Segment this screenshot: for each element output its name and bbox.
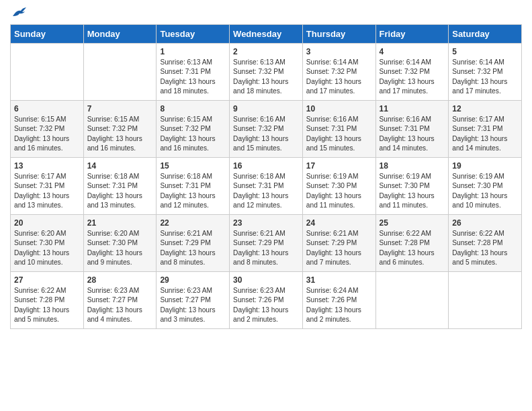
- calendar-cell: 5Sunrise: 6:14 AM Sunset: 7:32 PM Daylig…: [449, 44, 522, 101]
- day-number: 28: [87, 275, 153, 285]
- calendar-cell: 22Sunrise: 6:21 AM Sunset: 7:29 PM Dayli…: [157, 215, 230, 272]
- day-number: 21: [87, 218, 153, 228]
- calendar-cell: 30Sunrise: 6:23 AM Sunset: 7:26 PM Dayli…: [230, 272, 303, 329]
- day-info: Sunrise: 6:14 AM Sunset: 7:32 PM Dayligh…: [452, 58, 518, 96]
- day-info: Sunrise: 6:18 AM Sunset: 7:31 PM Dayligh…: [233, 172, 299, 210]
- day-info: Sunrise: 6:21 AM Sunset: 7:29 PM Dayligh…: [306, 229, 372, 267]
- day-info: Sunrise: 6:19 AM Sunset: 7:30 PM Dayligh…: [306, 172, 372, 210]
- header-day-saturday: Saturday: [449, 25, 522, 44]
- day-number: 7: [87, 104, 153, 113]
- day-info: Sunrise: 6:23 AM Sunset: 7:27 PM Dayligh…: [160, 286, 226, 324]
- day-info: Sunrise: 6:21 AM Sunset: 7:29 PM Dayligh…: [233, 229, 299, 267]
- day-number: 1: [160, 47, 226, 56]
- calendar-cell: 27Sunrise: 6:22 AM Sunset: 7:28 PM Dayli…: [11, 272, 84, 329]
- page-header: [10, 7, 522, 19]
- day-number: 19: [452, 161, 518, 171]
- day-info: Sunrise: 6:18 AM Sunset: 7:31 PM Dayligh…: [87, 172, 153, 210]
- calendar-cell: 24Sunrise: 6:21 AM Sunset: 7:29 PM Dayli…: [302, 215, 375, 272]
- day-info: Sunrise: 6:16 AM Sunset: 7:32 PM Dayligh…: [233, 115, 299, 153]
- calendar-cell: [375, 272, 449, 329]
- calendar-cell: 31Sunrise: 6:24 AM Sunset: 7:26 PM Dayli…: [302, 272, 375, 329]
- calendar-cell: 20Sunrise: 6:20 AM Sunset: 7:30 PM Dayli…: [11, 215, 84, 272]
- day-info: Sunrise: 6:15 AM Sunset: 7:32 PM Dayligh…: [160, 115, 226, 153]
- day-number: 31: [306, 275, 372, 285]
- calendar-cell: 1Sunrise: 6:13 AM Sunset: 7:31 PM Daylig…: [157, 44, 230, 101]
- day-number: 22: [160, 218, 226, 228]
- calendar-cell: 16Sunrise: 6:18 AM Sunset: 7:31 PM Dayli…: [230, 158, 303, 215]
- calendar-cell: 26Sunrise: 6:22 AM Sunset: 7:28 PM Dayli…: [449, 215, 522, 272]
- day-info: Sunrise: 6:17 AM Sunset: 7:31 PM Dayligh…: [452, 115, 518, 153]
- day-number: 24: [306, 218, 372, 228]
- day-number: 5: [452, 47, 518, 56]
- day-number: 20: [14, 218, 80, 228]
- day-number: 23: [233, 218, 299, 228]
- calendar-cell: [11, 44, 84, 101]
- calendar-cell: 29Sunrise: 6:23 AM Sunset: 7:27 PM Dayli…: [157, 272, 230, 329]
- calendar-cell: 21Sunrise: 6:20 AM Sunset: 7:30 PM Dayli…: [83, 215, 157, 272]
- calendar-cell: 3Sunrise: 6:14 AM Sunset: 7:32 PM Daylig…: [302, 44, 375, 101]
- calendar-cell: 12Sunrise: 6:17 AM Sunset: 7:31 PM Dayli…: [449, 101, 522, 158]
- day-info: Sunrise: 6:19 AM Sunset: 7:30 PM Dayligh…: [452, 172, 518, 210]
- calendar-body: 1Sunrise: 6:13 AM Sunset: 7:31 PM Daylig…: [11, 44, 522, 329]
- day-number: 6: [14, 104, 80, 113]
- calendar-week-3: 13Sunrise: 6:17 AM Sunset: 7:31 PM Dayli…: [11, 158, 522, 215]
- day-info: Sunrise: 6:24 AM Sunset: 7:26 PM Dayligh…: [306, 286, 372, 324]
- day-number: 3: [306, 47, 372, 56]
- logo-bird-icon: [11, 7, 26, 19]
- day-info: Sunrise: 6:16 AM Sunset: 7:31 PM Dayligh…: [380, 115, 445, 153]
- calendar-cell: 17Sunrise: 6:19 AM Sunset: 7:30 PM Dayli…: [302, 158, 375, 215]
- day-number: 11: [380, 104, 445, 113]
- header-day-sunday: Sunday: [11, 25, 84, 44]
- day-info: Sunrise: 6:14 AM Sunset: 7:32 PM Dayligh…: [306, 58, 372, 96]
- day-info: Sunrise: 6:20 AM Sunset: 7:30 PM Dayligh…: [87, 229, 153, 267]
- day-number: 9: [233, 104, 299, 113]
- header-day-monday: Monday: [83, 25, 157, 44]
- day-number: 2: [233, 47, 299, 56]
- day-number: 4: [380, 47, 445, 56]
- calendar-week-2: 6Sunrise: 6:15 AM Sunset: 7:32 PM Daylig…: [11, 101, 522, 158]
- calendar-cell: 6Sunrise: 6:15 AM Sunset: 7:32 PM Daylig…: [11, 101, 84, 158]
- calendar-cell: 11Sunrise: 6:16 AM Sunset: 7:31 PM Dayli…: [375, 101, 449, 158]
- day-number: 26: [452, 218, 518, 228]
- header-day-wednesday: Wednesday: [230, 25, 303, 44]
- day-info: Sunrise: 6:16 AM Sunset: 7:31 PM Dayligh…: [306, 115, 372, 153]
- day-info: Sunrise: 6:13 AM Sunset: 7:31 PM Dayligh…: [160, 58, 226, 96]
- calendar-cell: 28Sunrise: 6:23 AM Sunset: 7:27 PM Dayli…: [83, 272, 157, 329]
- calendar-cell: 14Sunrise: 6:18 AM Sunset: 7:31 PM Dayli…: [83, 158, 157, 215]
- day-info: Sunrise: 6:21 AM Sunset: 7:29 PM Dayligh…: [160, 229, 226, 267]
- header-day-thursday: Thursday: [302, 25, 375, 44]
- day-number: 14: [87, 161, 153, 171]
- calendar-cell: 15Sunrise: 6:18 AM Sunset: 7:31 PM Dayli…: [157, 158, 230, 215]
- day-number: 15: [160, 161, 226, 171]
- day-number: 10: [306, 104, 372, 113]
- header-day-friday: Friday: [375, 25, 449, 44]
- calendar-cell: 8Sunrise: 6:15 AM Sunset: 7:32 PM Daylig…: [157, 101, 230, 158]
- day-info: Sunrise: 6:15 AM Sunset: 7:32 PM Dayligh…: [87, 115, 153, 153]
- calendar-week-1: 1Sunrise: 6:13 AM Sunset: 7:31 PM Daylig…: [11, 44, 522, 101]
- day-number: 8: [160, 104, 226, 113]
- calendar-header-row: SundayMondayTuesdayWednesdayThursdayFrid…: [11, 25, 522, 44]
- day-number: 30: [233, 275, 299, 285]
- calendar-cell: 9Sunrise: 6:16 AM Sunset: 7:32 PM Daylig…: [230, 101, 303, 158]
- calendar-cell: 18Sunrise: 6:19 AM Sunset: 7:30 PM Dayli…: [375, 158, 449, 215]
- calendar-table: SundayMondayTuesdayWednesdayThursdayFrid…: [10, 24, 522, 329]
- day-number: 12: [452, 104, 518, 113]
- day-number: 18: [380, 161, 445, 171]
- day-info: Sunrise: 6:23 AM Sunset: 7:26 PM Dayligh…: [233, 286, 299, 324]
- calendar-cell: 4Sunrise: 6:14 AM Sunset: 7:32 PM Daylig…: [375, 44, 449, 101]
- day-info: Sunrise: 6:22 AM Sunset: 7:28 PM Dayligh…: [380, 229, 445, 267]
- day-number: 17: [306, 161, 372, 171]
- day-info: Sunrise: 6:18 AM Sunset: 7:31 PM Dayligh…: [160, 172, 226, 210]
- day-info: Sunrise: 6:17 AM Sunset: 7:31 PM Dayligh…: [14, 172, 80, 210]
- day-info: Sunrise: 6:15 AM Sunset: 7:32 PM Dayligh…: [14, 115, 80, 153]
- day-number: 25: [380, 218, 445, 228]
- calendar-cell: 23Sunrise: 6:21 AM Sunset: 7:29 PM Dayli…: [230, 215, 303, 272]
- calendar-week-4: 20Sunrise: 6:20 AM Sunset: 7:30 PM Dayli…: [11, 215, 522, 272]
- calendar-cell: 25Sunrise: 6:22 AM Sunset: 7:28 PM Dayli…: [375, 215, 449, 272]
- day-info: Sunrise: 6:13 AM Sunset: 7:32 PM Dayligh…: [233, 58, 299, 96]
- calendar-cell: 13Sunrise: 6:17 AM Sunset: 7:31 PM Dayli…: [11, 158, 84, 215]
- day-number: 16: [233, 161, 299, 171]
- calendar-cell: [83, 44, 157, 101]
- header-day-tuesday: Tuesday: [157, 25, 230, 44]
- day-number: 27: [14, 275, 80, 285]
